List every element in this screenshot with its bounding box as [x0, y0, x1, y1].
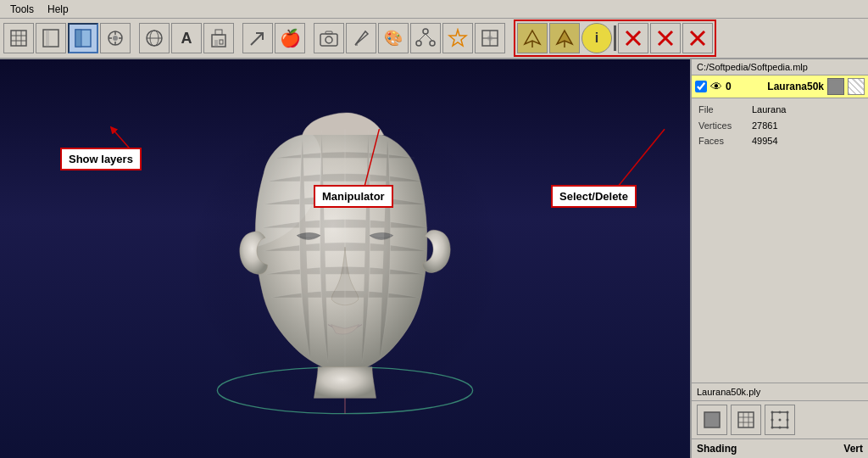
select-delete-group: i	[514, 20, 716, 57]
select-delete-annotation: Select/Delete	[551, 185, 637, 208]
camera-icon[interactable]	[314, 23, 344, 53]
viewport[interactable]: Show layers Manipulator Select/Delete	[0, 59, 690, 458]
svg-rect-21	[220, 40, 223, 44]
svg-rect-8	[75, 30, 81, 47]
svg-rect-18	[212, 35, 225, 47]
toolbar: A 🍎 🎨 i	[0, 19, 868, 59]
mesh-icon[interactable]	[3, 23, 34, 53]
svg-point-64	[779, 411, 782, 414]
svg-marker-32	[449, 30, 466, 46]
file-path-header: C:/Softpedia/Softpedia.mlp	[692, 59, 868, 75]
svg-point-71	[787, 427, 789, 429]
layer-visible-checkbox[interactable]	[695, 81, 707, 92]
prop-vertices-row: Vertices 27861	[698, 118, 861, 134]
svg-rect-19	[215, 30, 222, 35]
svg-line-30	[419, 34, 426, 41]
layer-properties: File Laurana Vertices 27861 Faces 49954	[692, 98, 868, 153]
layer-name-text: 0	[726, 81, 764, 92]
nodes-icon[interactable]	[410, 23, 441, 53]
svg-rect-57	[738, 412, 754, 427]
svg-point-69	[771, 427, 774, 429]
svg-point-28	[416, 41, 421, 46]
svg-point-29	[430, 41, 435, 46]
delete2-icon[interactable]	[650, 23, 681, 53]
pen-icon[interactable]	[346, 23, 376, 53]
prop-vertices-label: Vertices	[698, 118, 745, 134]
shading-label: Shading	[697, 443, 737, 455]
delete3-icon[interactable]	[682, 23, 713, 53]
head-container	[0, 59, 690, 458]
show-layers-annotation: Show layers	[60, 148, 142, 170]
svg-point-67	[779, 419, 782, 422]
shading-row: Shading Vert	[692, 438, 868, 458]
text-tool-icon[interactable]: A	[171, 23, 202, 53]
svg-rect-6	[46, 30, 49, 47]
show-layers-icon[interactable]	[68, 23, 98, 53]
select-manipulator-icon[interactable]	[517, 23, 548, 53]
svg-point-24	[326, 36, 332, 43]
globe-icon[interactable]	[139, 23, 170, 53]
prop-file-label: File	[698, 102, 745, 118]
right-panel: C:/Softpedia/Softpedia.mlp 👁 0 Laurana50…	[690, 59, 868, 458]
georef-icon[interactable]	[475, 23, 505, 53]
prop-vertices-value: 27861	[752, 118, 778, 134]
svg-line-22	[251, 33, 263, 45]
manipulator-icon[interactable]	[549, 23, 580, 53]
svg-point-65	[787, 411, 789, 414]
right-panel-spacer	[692, 153, 868, 379]
menubar: Tools Help	[0, 0, 868, 19]
vert-label: Vert	[843, 443, 863, 455]
svg-rect-0	[11, 31, 26, 46]
layer-item[interactable]: 👁 0 Laurana50k	[692, 75, 868, 98]
paint-icon[interactable]: 🎨	[378, 23, 409, 53]
prop-faces-label: Faces	[698, 133, 745, 149]
separator-3	[307, 23, 312, 53]
layer-name-label: Laurana50k	[767, 81, 824, 92]
manipulator-annotation: Manipulator	[314, 185, 393, 208]
prop-faces-value: 49954	[752, 133, 778, 149]
layer-eye-icon: 👁	[710, 80, 722, 93]
apple-icon[interactable]: 🍎	[275, 23, 305, 53]
layer-filename-text: Laurana50k.ply	[697, 387, 760, 397]
head-model	[167, 81, 523, 437]
delete1-icon[interactable]	[618, 23, 648, 53]
file-path-text: C:/Softpedia/Softpedia.mlp	[697, 62, 808, 72]
svg-point-70	[779, 427, 782, 429]
svg-point-27	[423, 29, 428, 34]
wireframe-view-btn[interactable]	[731, 405, 761, 435]
layer-filename: Laurana50k.ply	[692, 383, 868, 400]
svg-rect-23	[320, 34, 337, 46]
svg-rect-5	[43, 30, 58, 47]
svg-point-63	[771, 411, 774, 414]
svg-line-31	[426, 34, 432, 41]
points-view-btn[interactable]	[765, 405, 795, 435]
layer-texture-icon	[848, 78, 865, 95]
svg-rect-53	[830, 81, 842, 92]
info-icon[interactable]: i	[581, 23, 612, 53]
stars-icon[interactable]	[442, 23, 473, 53]
arrow-tool-icon[interactable]	[242, 23, 273, 53]
group-separator	[614, 25, 616, 51]
svg-rect-20	[214, 40, 218, 47]
svg-rect-25	[326, 31, 332, 34]
prop-file-row: File Laurana	[698, 102, 861, 118]
separator-4	[507, 23, 512, 53]
layer-mesh-icon	[827, 78, 844, 95]
building-icon[interactable]	[203, 23, 234, 53]
filter-icon[interactable]	[100, 23, 131, 53]
svg-point-68	[787, 419, 789, 422]
menu-help[interactable]: Help	[41, 2, 75, 17]
layer-bottom-tools	[692, 400, 868, 438]
menu-tools[interactable]: Tools	[3, 2, 41, 17]
svg-point-66	[771, 419, 774, 422]
prop-file-value: Laurana	[752, 102, 786, 118]
solid-view-btn[interactable]	[697, 405, 727, 435]
svg-rect-56	[704, 412, 720, 427]
prop-faces-row: Faces 49954	[698, 133, 861, 149]
svg-point-10	[113, 36, 118, 41]
separator-2	[236, 23, 241, 53]
main-area: Show layers Manipulator Select/Delete C:…	[0, 59, 868, 458]
separator-1	[132, 23, 137, 53]
svg-point-36	[487, 36, 492, 41]
layer-panel-icon[interactable]	[36, 23, 66, 53]
